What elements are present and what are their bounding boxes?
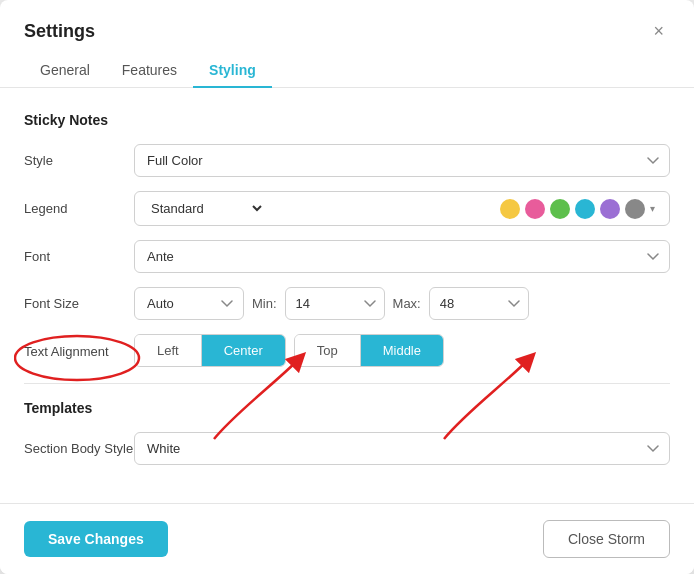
sticky-notes-section-title: Sticky Notes xyxy=(24,112,670,128)
legend-label: Legend xyxy=(24,201,134,216)
section-body-style-label: Section Body Style xyxy=(24,441,134,456)
tab-general[interactable]: General xyxy=(24,54,106,88)
font-size-row: Font Size Auto Min: 14 Max: 48 xyxy=(24,287,670,320)
align-top-button[interactable]: Top xyxy=(295,335,361,366)
legend-wrapper: Standard ▾ xyxy=(134,191,670,226)
legend-select[interactable]: Standard xyxy=(135,192,265,225)
section-body-style-select[interactable]: White xyxy=(134,432,670,465)
tab-styling[interactable]: Styling xyxy=(193,54,272,88)
legend-chevron-icon: ▾ xyxy=(650,203,659,214)
style-control: Full Color xyxy=(134,144,670,177)
legend-color-purple xyxy=(600,199,620,219)
legend-color-green xyxy=(550,199,570,219)
font-size-select[interactable]: Auto xyxy=(134,287,244,320)
modal-footer: Save Changes Close Storm xyxy=(0,503,694,574)
section-body-style-row: Section Body Style White xyxy=(24,432,670,465)
legend-color-yellow xyxy=(500,199,520,219)
save-changes-button[interactable]: Save Changes xyxy=(24,521,168,557)
align-left-button[interactable]: Left xyxy=(135,335,202,366)
font-control: Ante xyxy=(134,240,670,273)
min-label: Min: xyxy=(252,296,277,311)
horizontal-align-group: Left Center xyxy=(134,334,286,367)
font-select[interactable]: Ante xyxy=(134,240,670,273)
legend-color-pink xyxy=(525,199,545,219)
text-alignment-control: Left Center Top Middle xyxy=(134,334,670,367)
modal-body: Sticky Notes Style Full Color Legend Sta… xyxy=(0,88,694,503)
legend-color-blue xyxy=(575,199,595,219)
modal-header: Settings × xyxy=(0,0,694,42)
align-middle-button[interactable]: Middle xyxy=(361,335,443,366)
text-alignment-label: Text Alignment xyxy=(24,344,109,359)
vertical-align-group: Top Middle xyxy=(294,334,444,367)
font-label: Font xyxy=(24,249,134,264)
settings-modal: Settings × General Features Styling Stic… xyxy=(0,0,694,574)
text-alignment-label-wrapper: Text Alignment xyxy=(24,342,134,360)
legend-colors: ▾ xyxy=(265,199,669,219)
legend-row: Legend Standard ▾ xyxy=(24,191,670,226)
modal-title: Settings xyxy=(24,21,95,42)
legend-color-gray xyxy=(625,199,645,219)
tabs-bar: General Features Styling xyxy=(0,42,694,88)
font-size-min-select[interactable]: 14 xyxy=(285,287,385,320)
section-body-style-control: White xyxy=(134,432,670,465)
max-label: Max: xyxy=(393,296,421,311)
style-row: Style Full Color xyxy=(24,144,670,177)
section-divider xyxy=(24,383,670,384)
font-size-max-select[interactable]: 48 xyxy=(429,287,529,320)
tab-features[interactable]: Features xyxy=(106,54,193,88)
font-size-label: Font Size xyxy=(24,296,134,311)
style-select[interactable]: Full Color xyxy=(134,144,670,177)
font-size-control: Auto Min: 14 Max: 48 xyxy=(134,287,670,320)
close-storm-button[interactable]: Close Storm xyxy=(543,520,670,558)
templates-section-title: Templates xyxy=(24,400,670,416)
style-label: Style xyxy=(24,153,134,168)
legend-control: Standard ▾ xyxy=(134,191,670,226)
font-row: Font Ante xyxy=(24,240,670,273)
text-alignment-row: Text Alignment Left Center Top Middle xyxy=(24,334,670,367)
close-modal-button[interactable]: × xyxy=(647,20,670,42)
align-center-button[interactable]: Center xyxy=(202,335,285,366)
